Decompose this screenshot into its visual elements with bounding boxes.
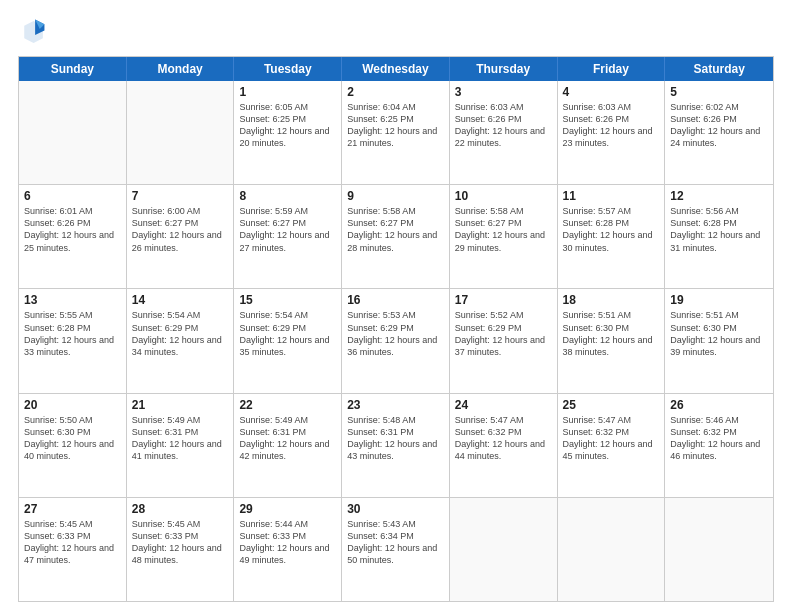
calendar-cell: 10Sunrise: 5:58 AM Sunset: 6:27 PM Dayli… — [450, 185, 558, 288]
calendar-cell — [127, 81, 235, 184]
cell-info: Sunrise: 5:54 AM Sunset: 6:29 PM Dayligh… — [132, 309, 229, 358]
cell-info: Sunrise: 5:48 AM Sunset: 6:31 PM Dayligh… — [347, 414, 444, 463]
day-number: 19 — [670, 293, 768, 307]
weekday-header: Saturday — [665, 57, 773, 81]
calendar-row: 1Sunrise: 6:05 AM Sunset: 6:25 PM Daylig… — [19, 81, 773, 184]
calendar-cell — [665, 498, 773, 601]
cell-info: Sunrise: 5:52 AM Sunset: 6:29 PM Dayligh… — [455, 309, 552, 358]
day-number: 4 — [563, 85, 660, 99]
calendar-cell: 23Sunrise: 5:48 AM Sunset: 6:31 PM Dayli… — [342, 394, 450, 497]
weekday-header: Thursday — [450, 57, 558, 81]
calendar-cell: 21Sunrise: 5:49 AM Sunset: 6:31 PM Dayli… — [127, 394, 235, 497]
day-number: 25 — [563, 398, 660, 412]
cell-info: Sunrise: 5:51 AM Sunset: 6:30 PM Dayligh… — [670, 309, 768, 358]
cell-info: Sunrise: 5:50 AM Sunset: 6:30 PM Dayligh… — [24, 414, 121, 463]
cell-info: Sunrise: 5:44 AM Sunset: 6:33 PM Dayligh… — [239, 518, 336, 567]
cell-info: Sunrise: 5:56 AM Sunset: 6:28 PM Dayligh… — [670, 205, 768, 254]
day-number: 13 — [24, 293, 121, 307]
calendar-cell: 19Sunrise: 5:51 AM Sunset: 6:30 PM Dayli… — [665, 289, 773, 392]
calendar-cell: 8Sunrise: 5:59 AM Sunset: 6:27 PM Daylig… — [234, 185, 342, 288]
day-number: 28 — [132, 502, 229, 516]
cell-info: Sunrise: 5:47 AM Sunset: 6:32 PM Dayligh… — [563, 414, 660, 463]
weekday-header: Wednesday — [342, 57, 450, 81]
calendar-cell: 29Sunrise: 5:44 AM Sunset: 6:33 PM Dayli… — [234, 498, 342, 601]
day-number: 3 — [455, 85, 552, 99]
day-number: 20 — [24, 398, 121, 412]
cell-info: Sunrise: 5:46 AM Sunset: 6:32 PM Dayligh… — [670, 414, 768, 463]
page: SundayMondayTuesdayWednesdayThursdayFrid… — [0, 0, 792, 612]
calendar-cell: 22Sunrise: 5:49 AM Sunset: 6:31 PM Dayli… — [234, 394, 342, 497]
day-number: 6 — [24, 189, 121, 203]
cell-info: Sunrise: 5:49 AM Sunset: 6:31 PM Dayligh… — [132, 414, 229, 463]
calendar-body: 1Sunrise: 6:05 AM Sunset: 6:25 PM Daylig… — [19, 81, 773, 601]
day-number: 22 — [239, 398, 336, 412]
day-number: 21 — [132, 398, 229, 412]
day-number: 9 — [347, 189, 444, 203]
weekday-header: Monday — [127, 57, 235, 81]
calendar-cell: 3Sunrise: 6:03 AM Sunset: 6:26 PM Daylig… — [450, 81, 558, 184]
cell-info: Sunrise: 5:45 AM Sunset: 6:33 PM Dayligh… — [132, 518, 229, 567]
calendar-cell: 1Sunrise: 6:05 AM Sunset: 6:25 PM Daylig… — [234, 81, 342, 184]
cell-info: Sunrise: 5:58 AM Sunset: 6:27 PM Dayligh… — [347, 205, 444, 254]
logo-icon — [18, 18, 46, 46]
calendar-cell: 28Sunrise: 5:45 AM Sunset: 6:33 PM Dayli… — [127, 498, 235, 601]
cell-info: Sunrise: 6:00 AM Sunset: 6:27 PM Dayligh… — [132, 205, 229, 254]
calendar-cell: 20Sunrise: 5:50 AM Sunset: 6:30 PM Dayli… — [19, 394, 127, 497]
cell-info: Sunrise: 6:02 AM Sunset: 6:26 PM Dayligh… — [670, 101, 768, 150]
day-number: 24 — [455, 398, 552, 412]
cell-info: Sunrise: 6:04 AM Sunset: 6:25 PM Dayligh… — [347, 101, 444, 150]
day-number: 11 — [563, 189, 660, 203]
cell-info: Sunrise: 5:47 AM Sunset: 6:32 PM Dayligh… — [455, 414, 552, 463]
day-number: 26 — [670, 398, 768, 412]
cell-info: Sunrise: 6:01 AM Sunset: 6:26 PM Dayligh… — [24, 205, 121, 254]
calendar-cell: 25Sunrise: 5:47 AM Sunset: 6:32 PM Dayli… — [558, 394, 666, 497]
day-number: 27 — [24, 502, 121, 516]
cell-info: Sunrise: 5:57 AM Sunset: 6:28 PM Dayligh… — [563, 205, 660, 254]
calendar-cell — [19, 81, 127, 184]
cell-info: Sunrise: 5:51 AM Sunset: 6:30 PM Dayligh… — [563, 309, 660, 358]
day-number: 15 — [239, 293, 336, 307]
calendar-cell: 27Sunrise: 5:45 AM Sunset: 6:33 PM Dayli… — [19, 498, 127, 601]
cell-info: Sunrise: 5:54 AM Sunset: 6:29 PM Dayligh… — [239, 309, 336, 358]
day-number: 14 — [132, 293, 229, 307]
calendar: SundayMondayTuesdayWednesdayThursdayFrid… — [18, 56, 774, 602]
cell-info: Sunrise: 6:05 AM Sunset: 6:25 PM Dayligh… — [239, 101, 336, 150]
day-number: 7 — [132, 189, 229, 203]
logo — [18, 18, 50, 46]
day-number: 23 — [347, 398, 444, 412]
calendar-cell: 5Sunrise: 6:02 AM Sunset: 6:26 PM Daylig… — [665, 81, 773, 184]
calendar-cell: 16Sunrise: 5:53 AM Sunset: 6:29 PM Dayli… — [342, 289, 450, 392]
cell-info: Sunrise: 5:45 AM Sunset: 6:33 PM Dayligh… — [24, 518, 121, 567]
calendar-cell: 14Sunrise: 5:54 AM Sunset: 6:29 PM Dayli… — [127, 289, 235, 392]
calendar-cell — [558, 498, 666, 601]
calendar-cell — [450, 498, 558, 601]
cell-info: Sunrise: 5:55 AM Sunset: 6:28 PM Dayligh… — [24, 309, 121, 358]
calendar-row: 13Sunrise: 5:55 AM Sunset: 6:28 PM Dayli… — [19, 288, 773, 392]
cell-info: Sunrise: 5:53 AM Sunset: 6:29 PM Dayligh… — [347, 309, 444, 358]
calendar-cell: 24Sunrise: 5:47 AM Sunset: 6:32 PM Dayli… — [450, 394, 558, 497]
calendar-cell: 11Sunrise: 5:57 AM Sunset: 6:28 PM Dayli… — [558, 185, 666, 288]
calendar-cell: 12Sunrise: 5:56 AM Sunset: 6:28 PM Dayli… — [665, 185, 773, 288]
day-number: 12 — [670, 189, 768, 203]
day-number: 1 — [239, 85, 336, 99]
calendar-cell: 2Sunrise: 6:04 AM Sunset: 6:25 PM Daylig… — [342, 81, 450, 184]
weekday-header: Friday — [558, 57, 666, 81]
cell-info: Sunrise: 5:58 AM Sunset: 6:27 PM Dayligh… — [455, 205, 552, 254]
calendar-cell: 9Sunrise: 5:58 AM Sunset: 6:27 PM Daylig… — [342, 185, 450, 288]
day-number: 29 — [239, 502, 336, 516]
day-number: 10 — [455, 189, 552, 203]
cell-info: Sunrise: 6:03 AM Sunset: 6:26 PM Dayligh… — [455, 101, 552, 150]
calendar-cell: 15Sunrise: 5:54 AM Sunset: 6:29 PM Dayli… — [234, 289, 342, 392]
day-number: 2 — [347, 85, 444, 99]
day-number: 30 — [347, 502, 444, 516]
weekday-header: Tuesday — [234, 57, 342, 81]
calendar-cell: 17Sunrise: 5:52 AM Sunset: 6:29 PM Dayli… — [450, 289, 558, 392]
calendar-cell: 13Sunrise: 5:55 AM Sunset: 6:28 PM Dayli… — [19, 289, 127, 392]
calendar-cell: 6Sunrise: 6:01 AM Sunset: 6:26 PM Daylig… — [19, 185, 127, 288]
day-number: 16 — [347, 293, 444, 307]
cell-info: Sunrise: 6:03 AM Sunset: 6:26 PM Dayligh… — [563, 101, 660, 150]
calendar-cell: 26Sunrise: 5:46 AM Sunset: 6:32 PM Dayli… — [665, 394, 773, 497]
day-number: 5 — [670, 85, 768, 99]
day-number: 17 — [455, 293, 552, 307]
calendar-row: 6Sunrise: 6:01 AM Sunset: 6:26 PM Daylig… — [19, 184, 773, 288]
